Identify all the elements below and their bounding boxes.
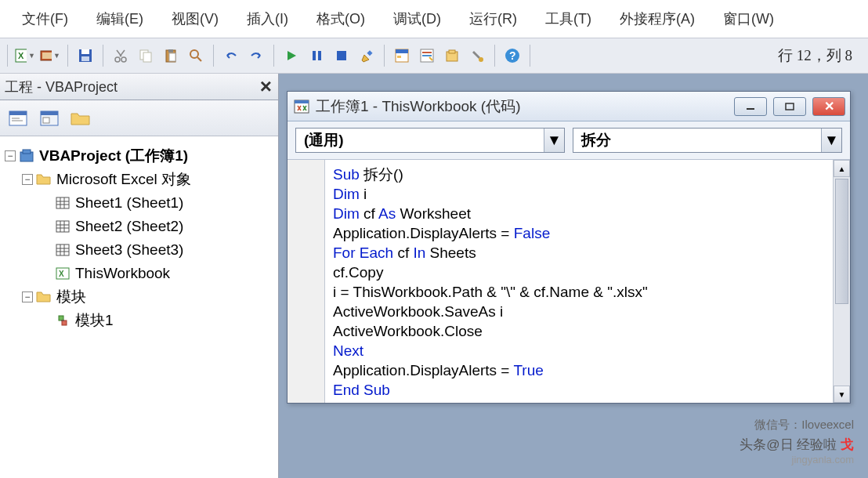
copy-icon[interactable] — [136, 45, 156, 66]
design-mode-icon[interactable] — [356, 45, 377, 66]
module-icon — [55, 313, 71, 328]
svg-rect-24 — [422, 52, 432, 53]
svg-rect-18 — [337, 51, 346, 60]
object-browser-icon[interactable] — [442, 45, 462, 66]
view-object-icon[interactable] — [38, 108, 61, 129]
menu-run[interactable]: 运行(R) — [469, 9, 517, 28]
svg-rect-32 — [9, 111, 27, 115]
find-icon[interactable] — [186, 45, 206, 66]
svg-text:?: ? — [509, 49, 516, 62]
stop-icon[interactable] — [331, 45, 352, 66]
code-editor[interactable]: Sub 拆分() Dim i Dim cf As Worksheet Appli… — [325, 160, 833, 403]
svg-text:X: X — [59, 270, 64, 278]
tree-excel-objects[interactable]: − Microsoft Excel 对象 — [5, 168, 273, 191]
code-window-icon — [294, 100, 309, 114]
excel-icon[interactable]: X▼ — [15, 45, 35, 66]
scroll-up-icon[interactable]: ▲ — [834, 160, 850, 177]
cursor-position: 行 12，列 8 — [767, 45, 863, 66]
code-window: 工作簿1 - ThisWorkbook (代码) ✕ (通用) ▼ 拆分 ▼ — [287, 91, 851, 404]
project-explorer-icon[interactable] — [392, 45, 412, 66]
svg-rect-58 — [62, 320, 67, 325]
tree-label: Sheet2 (Sheet2) — [75, 218, 183, 235]
svg-rect-25 — [422, 55, 432, 56]
workbook-icon: X — [55, 266, 71, 281]
folder-icon[interactable] — [69, 108, 92, 129]
tree-root[interactable]: − VBAProject (工作簿1) — [5, 144, 273, 168]
svg-rect-61 — [295, 100, 309, 103]
tree-label: 模块1 — [75, 310, 114, 331]
project-toolbar — [0, 100, 278, 136]
help-icon[interactable]: ? — [502, 45, 523, 66]
minimize-button[interactable] — [734, 97, 767, 116]
tree-sheet1[interactable]: Sheet1 (Sheet1) — [5, 191, 273, 215]
chevron-down-icon[interactable]: ▼ — [821, 129, 841, 152]
tree-module1[interactable]: 模块1 — [5, 309, 273, 332]
insert-control-icon[interactable]: ▼ — [40, 45, 60, 66]
collapse-icon[interactable]: − — [5, 150, 16, 161]
undo-icon[interactable] — [221, 45, 241, 66]
svg-rect-12 — [168, 49, 173, 53]
svg-point-28 — [479, 57, 483, 62]
code-dropdowns: (通用) ▼ 拆分 ▼ — [288, 121, 850, 160]
tree-label: Sheet1 (Sheet1) — [75, 194, 183, 212]
run-icon[interactable] — [281, 45, 302, 66]
menu-addin[interactable]: 外接程序(A) — [620, 9, 695, 28]
folder-open-icon — [36, 290, 52, 304]
tree-modules[interactable]: − 模块 — [5, 285, 273, 309]
collapse-icon[interactable]: − — [22, 292, 33, 302]
menu-edit[interactable]: 编辑(E) — [96, 9, 143, 28]
close-button[interactable]: ✕ — [812, 97, 845, 116]
vertical-scrollbar[interactable]: ▲ ▼ — [833, 160, 850, 403]
svg-text:X: X — [18, 51, 24, 60]
tree-sheet3[interactable]: Sheet3 (Sheet3) — [5, 238, 273, 262]
toolbox-icon[interactable] — [467, 45, 487, 66]
tree-label: Microsoft Excel 对象 — [56, 169, 191, 190]
folder-open-icon — [36, 172, 52, 186]
menu-view[interactable]: 视图(V) — [172, 9, 219, 28]
properties-icon[interactable] — [417, 45, 437, 66]
cut-icon[interactable] — [110, 45, 131, 66]
worksheet-icon — [55, 219, 71, 234]
menu-format[interactable]: 格式(O) — [316, 9, 365, 28]
svg-rect-27 — [449, 50, 455, 53]
scroll-thumb[interactable] — [835, 179, 848, 304]
svg-rect-36 — [41, 111, 58, 115]
svg-rect-63 — [786, 103, 794, 110]
save-icon[interactable] — [75, 45, 96, 66]
svg-rect-22 — [397, 56, 401, 58]
svg-rect-39 — [23, 150, 31, 154]
tree-label: Sheet3 (Sheet3) — [75, 241, 183, 259]
svg-point-14 — [190, 50, 198, 58]
close-icon[interactable]: × — [260, 74, 272, 99]
main-area: 工程 - VBAProject × − VBAProject (工作簿1) − … — [0, 74, 868, 478]
toolbar: X▼ ▼ ? 行 12，列 8 — [0, 38, 868, 74]
view-code-icon[interactable] — [6, 108, 30, 129]
tree-thisworkbook[interactable]: X ThisWorkbook — [5, 262, 273, 285]
project-tree: − VBAProject (工作簿1) − Microsoft Excel 对象… — [0, 136, 278, 478]
menu-file[interactable]: 文件(F) — [22, 9, 68, 28]
redo-icon[interactable] — [246, 45, 266, 66]
menu-debug[interactable]: 调试(D) — [393, 9, 441, 28]
procedure-dropdown[interactable]: 拆分 ▼ — [573, 128, 842, 153]
paste-icon[interactable] — [161, 45, 181, 66]
scroll-track[interactable] — [834, 177, 850, 386]
pause-icon[interactable] — [306, 45, 327, 66]
tree-sheet2[interactable]: Sheet2 (Sheet2) — [5, 215, 273, 238]
chevron-down-icon[interactable]: ▼ — [544, 129, 564, 152]
svg-rect-5 — [81, 49, 89, 54]
svg-rect-37 — [43, 118, 49, 123]
vbaproject-icon — [19, 149, 34, 163]
maximize-button[interactable] — [773, 97, 806, 116]
svg-rect-17 — [318, 51, 321, 60]
object-dropdown[interactable]: (通用) ▼ — [295, 128, 565, 153]
code-area: Sub 拆分() Dim i Dim cf As Worksheet Appli… — [288, 160, 850, 403]
svg-rect-45 — [56, 221, 69, 232]
menu-window[interactable]: 窗口(W) — [723, 9, 774, 28]
code-window-titlebar[interactable]: 工作簿1 - ThisWorkbook (代码) ✕ — [288, 92, 850, 121]
svg-rect-10 — [143, 53, 151, 62]
menu-insert[interactable]: 插入(I) — [247, 9, 288, 28]
collapse-icon[interactable]: − — [22, 174, 33, 185]
scroll-down-icon[interactable]: ▼ — [834, 386, 850, 403]
menu-tools[interactable]: 工具(T) — [545, 9, 591, 28]
tree-label: ThisWorkbook — [75, 265, 170, 282]
